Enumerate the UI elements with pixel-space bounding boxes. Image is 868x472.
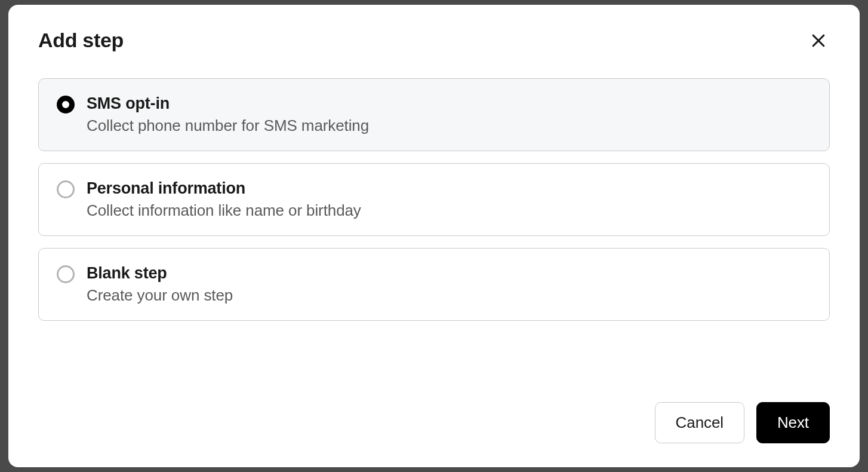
option-description: Collect information like name or birthda… bbox=[87, 201, 361, 220]
step-options: SMS opt-in Collect phone number for SMS … bbox=[38, 78, 830, 378]
option-description: Collect phone number for SMS marketing bbox=[87, 117, 369, 135]
option-title: Personal information bbox=[87, 179, 361, 198]
cancel-button[interactable]: Cancel bbox=[655, 402, 744, 443]
close-button[interactable] bbox=[807, 29, 830, 52]
option-title: Blank step bbox=[87, 264, 233, 283]
radio-unchecked-icon bbox=[57, 180, 75, 198]
close-icon bbox=[809, 32, 827, 50]
option-personal-information[interactable]: Personal information Collect information… bbox=[38, 163, 830, 236]
next-button[interactable]: Next bbox=[756, 402, 830, 443]
modal-footer: Cancel Next bbox=[38, 402, 830, 443]
add-step-modal: Add step SMS opt-in Collect phone number… bbox=[8, 5, 860, 467]
option-description: Create your own step bbox=[87, 286, 233, 305]
option-blank-step[interactable]: Blank step Create your own step bbox=[38, 248, 830, 321]
modal-header: Add step bbox=[38, 29, 830, 52]
option-text: SMS opt-in Collect phone number for SMS … bbox=[87, 94, 369, 135]
radio-checked-icon bbox=[57, 96, 75, 114]
option-text: Personal information Collect information… bbox=[87, 179, 361, 220]
option-sms-opt-in[interactable]: SMS opt-in Collect phone number for SMS … bbox=[38, 78, 830, 151]
option-title: SMS opt-in bbox=[87, 94, 369, 113]
option-text: Blank step Create your own step bbox=[87, 264, 233, 305]
radio-unchecked-icon bbox=[57, 265, 75, 283]
modal-title: Add step bbox=[38, 29, 124, 52]
